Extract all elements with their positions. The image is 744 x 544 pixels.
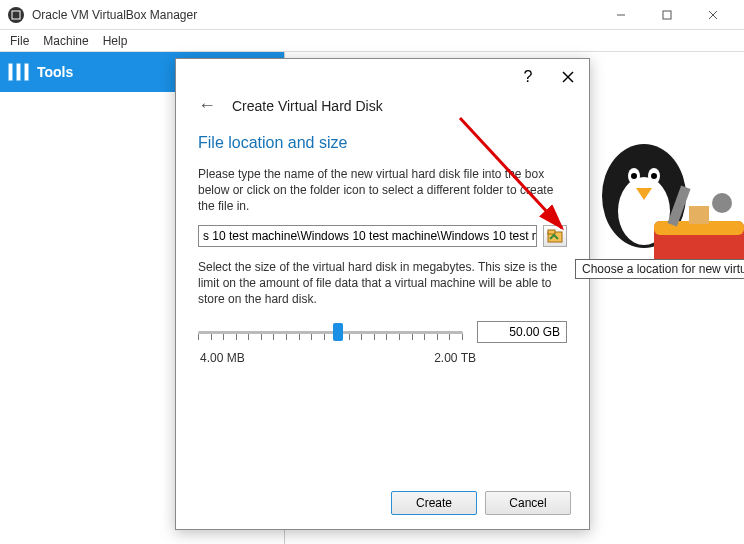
menu-machine[interactable]: Machine — [43, 34, 88, 48]
browse-tooltip: Choose a location for new virtua — [575, 259, 744, 279]
slider-min-label: 4.00 MB — [200, 351, 245, 365]
dialog-help-button[interactable]: ? — [513, 62, 543, 92]
minimize-button[interactable] — [598, 0, 644, 30]
dialog-close-button[interactable] — [553, 62, 583, 92]
window-title: Oracle VM VirtualBox Manager — [32, 8, 598, 22]
create-vdisk-dialog: ? ← Create Virtual Hard Disk File locati… — [175, 58, 590, 530]
app-icon — [8, 7, 24, 23]
slider-thumb[interactable] — [333, 323, 343, 341]
close-button[interactable] — [690, 0, 736, 30]
create-button[interactable]: Create — [391, 491, 477, 515]
para-location: Please type the name of the new virtual … — [198, 166, 567, 215]
browse-folder-button[interactable] — [543, 225, 567, 247]
section-heading: File location and size — [198, 134, 567, 152]
folder-icon — [547, 229, 563, 243]
size-input[interactable] — [477, 321, 567, 343]
slider-max-label: 2.00 TB — [434, 351, 476, 365]
back-arrow-icon[interactable]: ← — [198, 95, 216, 116]
menu-file[interactable]: File — [10, 34, 29, 48]
para-size: Select the size of the virtual hard disk… — [198, 259, 567, 308]
sidebar-item-label: Tools — [37, 64, 73, 80]
svg-rect-19 — [548, 230, 555, 234]
size-slider[interactable] — [198, 317, 463, 347]
dialog-title: Create Virtual Hard Disk — [232, 98, 383, 114]
file-path-input[interactable]: s 10 test machine\Windows 10 test machin… — [198, 225, 537, 247]
menu-help[interactable]: Help — [103, 34, 128, 48]
menubar: File Machine Help — [0, 30, 744, 52]
maximize-button[interactable] — [644, 0, 690, 30]
titlebar: Oracle VM VirtualBox Manager — [0, 0, 744, 30]
tools-icon — [8, 63, 29, 81]
cancel-button[interactable]: Cancel — [485, 491, 571, 515]
svg-rect-0 — [12, 11, 20, 19]
svg-rect-2 — [663, 11, 671, 19]
